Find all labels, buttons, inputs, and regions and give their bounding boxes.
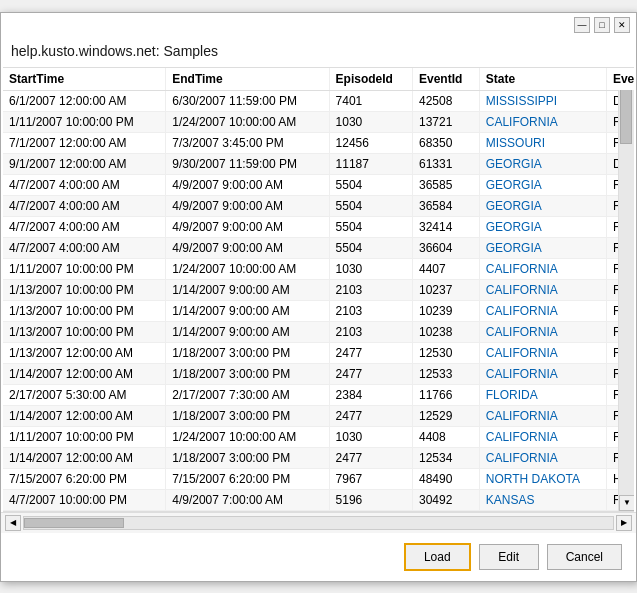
maximize-button[interactable]: □	[594, 17, 610, 33]
edit-button[interactable]: Edit	[479, 544, 539, 570]
data-table: StartTimeEndTimeEpisodeIdEventIdStateEve…	[3, 68, 634, 511]
table-row[interactable]: 2/17/2007 5:30:00 AM2/17/2007 7:30:00 AM…	[3, 384, 634, 405]
table-row[interactable]: 1/11/2007 10:00:00 PM1/24/2007 10:00:00 …	[3, 426, 634, 447]
table-row[interactable]: 4/7/2007 4:00:00 AM4/9/2007 9:00:00 AM55…	[3, 237, 634, 258]
col-header-eventtype: EventType	[606, 68, 634, 91]
scroll-right-arrow[interactable]: ▶	[616, 515, 632, 531]
table-header: StartTimeEndTimeEpisodeIdEventIdStateEve…	[3, 68, 634, 91]
table-row[interactable]: 1/14/2007 12:00:00 AM1/18/2007 3:00:00 P…	[3, 405, 634, 426]
horizontal-scrollbar[interactable]: ◀ ▶	[1, 512, 636, 533]
scroll-down-arrow[interactable]: ▼	[619, 495, 634, 511]
col-header-episodeid: EpisodeId	[329, 68, 412, 91]
table-row[interactable]: 1/11/2007 10:00:00 PM1/24/2007 10:00:00 …	[3, 111, 634, 132]
table-row[interactable]: 1/13/2007 10:00:00 PM1/14/2007 9:00:00 A…	[3, 300, 634, 321]
table-row[interactable]: 7/15/2007 6:20:00 PM7/15/2007 6:20:00 PM…	[3, 468, 634, 489]
h-scroll-track[interactable]	[23, 516, 614, 530]
table-row[interactable]: 7/1/2007 12:00:00 AM7/3/2007 3:45:00 PM1…	[3, 132, 634, 153]
footer: Load Edit Cancel	[1, 533, 636, 581]
window-title: help.kusto.windows.net: Samples	[1, 37, 636, 67]
v-scroll-thumb[interactable]	[620, 84, 632, 144]
table-row[interactable]: 6/1/2007 12:00:00 AM6/30/2007 11:59:00 P…	[3, 90, 634, 111]
table-row[interactable]: 4/7/2007 4:00:00 AM4/9/2007 9:00:00 AM55…	[3, 195, 634, 216]
table-row[interactable]: 9/1/2007 12:00:00 AM9/30/2007 11:59:00 P…	[3, 153, 634, 174]
table-row[interactable]: 1/13/2007 10:00:00 PM1/14/2007 9:00:00 A…	[3, 279, 634, 300]
vertical-scrollbar[interactable]: ▲ ▼	[618, 68, 634, 511]
h-scroll-thumb[interactable]	[24, 518, 124, 528]
table-container: StartTimeEndTimeEpisodeIdEventIdStateEve…	[3, 67, 634, 512]
table-row[interactable]: 1/14/2007 12:00:00 AM1/18/2007 3:00:00 P…	[3, 363, 634, 384]
table-row[interactable]: 4/7/2007 4:00:00 AM4/9/2007 9:00:00 AM55…	[3, 216, 634, 237]
table-row[interactable]: 4/7/2007 10:00:00 PM4/9/2007 7:00:00 AM5…	[3, 489, 634, 510]
scroll-left-arrow[interactable]: ◀	[5, 515, 21, 531]
table-row[interactable]: 4/7/2007 4:00:00 AM4/9/2007 9:00:00 AM55…	[3, 174, 634, 195]
col-header-starttime: StartTime	[3, 68, 166, 91]
col-header-eventid: EventId	[412, 68, 479, 91]
table-row[interactable]: 1/11/2007 10:00:00 PM1/24/2007 10:00:00 …	[3, 258, 634, 279]
table-row[interactable]: 1/13/2007 12:00:00 AM1/18/2007 3:00:00 P…	[3, 342, 634, 363]
cancel-button[interactable]: Cancel	[547, 544, 622, 570]
table-body: 6/1/2007 12:00:00 AM6/30/2007 11:59:00 P…	[3, 90, 634, 510]
table-row[interactable]: 1/14/2007 12:00:00 AM1/18/2007 3:00:00 P…	[3, 447, 634, 468]
table-row[interactable]: 1/13/2007 10:00:00 PM1/14/2007 9:00:00 A…	[3, 321, 634, 342]
scroll-area[interactable]: StartTimeEndTimeEpisodeIdEventIdStateEve…	[3, 68, 634, 511]
title-bar: — □ ✕	[1, 13, 636, 37]
v-scroll-track[interactable]	[619, 84, 634, 495]
main-window: — □ ✕ help.kusto.windows.net: Samples St…	[0, 12, 637, 582]
col-header-endtime: EndTime	[166, 68, 329, 91]
close-button[interactable]: ✕	[614, 17, 630, 33]
title-bar-controls: — □ ✕	[574, 17, 630, 33]
minimize-button[interactable]: —	[574, 17, 590, 33]
col-header-state: State	[479, 68, 606, 91]
load-button[interactable]: Load	[404, 543, 471, 571]
